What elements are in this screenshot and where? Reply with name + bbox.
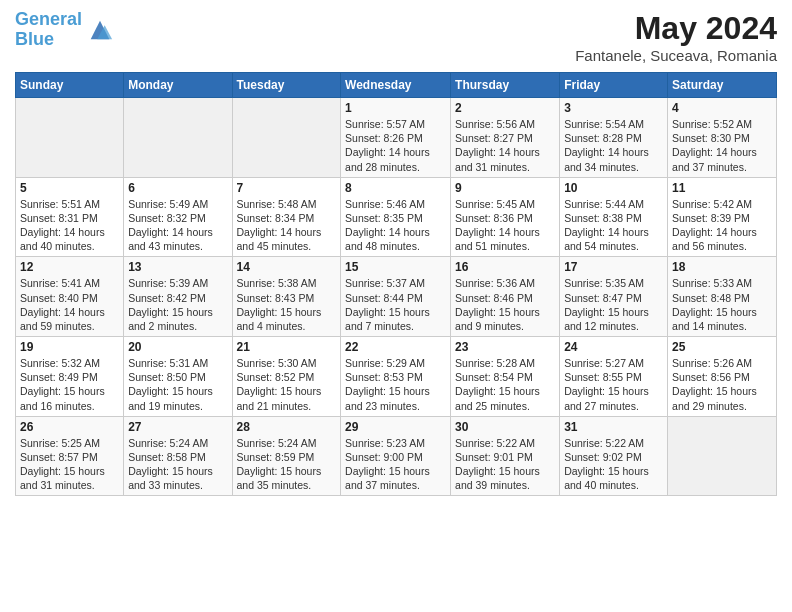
day-number: 26 [20,420,119,434]
day-cell: 21Sunrise: 5:30 AMSunset: 8:52 PMDayligh… [232,337,341,417]
day-number: 27 [128,420,227,434]
day-detail: Sunrise: 5:49 AMSunset: 8:32 PMDaylight:… [128,197,227,254]
day-number: 23 [455,340,555,354]
day-number: 20 [128,340,227,354]
week-row-1: 1Sunrise: 5:57 AMSunset: 8:26 PMDaylight… [16,98,777,178]
day-number: 6 [128,181,227,195]
day-cell: 27Sunrise: 5:24 AMSunset: 8:58 PMDayligh… [124,416,232,496]
day-cell: 19Sunrise: 5:32 AMSunset: 8:49 PMDayligh… [16,337,124,417]
day-cell: 5Sunrise: 5:51 AMSunset: 8:31 PMDaylight… [16,177,124,257]
day-detail: Sunrise: 5:56 AMSunset: 8:27 PMDaylight:… [455,117,555,174]
calendar-header: SundayMondayTuesdayWednesdayThursdayFrid… [16,73,777,98]
day-detail: Sunrise: 5:48 AMSunset: 8:34 PMDaylight:… [237,197,337,254]
day-cell [668,416,777,496]
day-number: 1 [345,101,446,115]
day-detail: Sunrise: 5:45 AMSunset: 8:36 PMDaylight:… [455,197,555,254]
col-header-friday: Friday [560,73,668,98]
day-cell: 11Sunrise: 5:42 AMSunset: 8:39 PMDayligh… [668,177,777,257]
day-cell: 28Sunrise: 5:24 AMSunset: 8:59 PMDayligh… [232,416,341,496]
day-detail: Sunrise: 5:37 AMSunset: 8:44 PMDaylight:… [345,276,446,333]
day-detail: Sunrise: 5:42 AMSunset: 8:39 PMDaylight:… [672,197,772,254]
day-number: 8 [345,181,446,195]
day-number: 15 [345,260,446,274]
col-header-wednesday: Wednesday [341,73,451,98]
day-number: 31 [564,420,663,434]
day-detail: Sunrise: 5:35 AMSunset: 8:47 PMDaylight:… [564,276,663,333]
day-cell: 1Sunrise: 5:57 AMSunset: 8:26 PMDaylight… [341,98,451,178]
day-detail: Sunrise: 5:25 AMSunset: 8:57 PMDaylight:… [20,436,119,493]
week-row-4: 19Sunrise: 5:32 AMSunset: 8:49 PMDayligh… [16,337,777,417]
day-detail: Sunrise: 5:44 AMSunset: 8:38 PMDaylight:… [564,197,663,254]
day-number: 21 [237,340,337,354]
day-number: 18 [672,260,772,274]
col-header-thursday: Thursday [451,73,560,98]
day-detail: Sunrise: 5:22 AMSunset: 9:02 PMDaylight:… [564,436,663,493]
day-detail: Sunrise: 5:41 AMSunset: 8:40 PMDaylight:… [20,276,119,333]
day-number: 13 [128,260,227,274]
calendar: SundayMondayTuesdayWednesdayThursdayFrid… [15,72,777,496]
day-cell: 14Sunrise: 5:38 AMSunset: 8:43 PMDayligh… [232,257,341,337]
day-cell: 20Sunrise: 5:31 AMSunset: 8:50 PMDayligh… [124,337,232,417]
day-detail: Sunrise: 5:30 AMSunset: 8:52 PMDaylight:… [237,356,337,413]
logo-icon [86,16,114,44]
day-number: 9 [455,181,555,195]
day-cell [232,98,341,178]
day-detail: Sunrise: 5:38 AMSunset: 8:43 PMDaylight:… [237,276,337,333]
day-detail: Sunrise: 5:54 AMSunset: 8:28 PMDaylight:… [564,117,663,174]
week-row-3: 12Sunrise: 5:41 AMSunset: 8:40 PMDayligh… [16,257,777,337]
day-detail: Sunrise: 5:31 AMSunset: 8:50 PMDaylight:… [128,356,227,413]
day-detail: Sunrise: 5:24 AMSunset: 8:59 PMDaylight:… [237,436,337,493]
main-title: May 2024 [575,10,777,47]
day-number: 7 [237,181,337,195]
day-number: 29 [345,420,446,434]
col-header-saturday: Saturday [668,73,777,98]
day-detail: Sunrise: 5:32 AMSunset: 8:49 PMDaylight:… [20,356,119,413]
day-cell: 4Sunrise: 5:52 AMSunset: 8:30 PMDaylight… [668,98,777,178]
day-detail: Sunrise: 5:33 AMSunset: 8:48 PMDaylight:… [672,276,772,333]
day-detail: Sunrise: 5:24 AMSunset: 8:58 PMDaylight:… [128,436,227,493]
day-number: 30 [455,420,555,434]
day-detail: Sunrise: 5:39 AMSunset: 8:42 PMDaylight:… [128,276,227,333]
day-number: 19 [20,340,119,354]
day-cell: 6Sunrise: 5:49 AMSunset: 8:32 PMDaylight… [124,177,232,257]
col-header-sunday: Sunday [16,73,124,98]
day-detail: Sunrise: 5:46 AMSunset: 8:35 PMDaylight:… [345,197,446,254]
day-cell: 26Sunrise: 5:25 AMSunset: 8:57 PMDayligh… [16,416,124,496]
day-cell: 7Sunrise: 5:48 AMSunset: 8:34 PMDaylight… [232,177,341,257]
week-row-2: 5Sunrise: 5:51 AMSunset: 8:31 PMDaylight… [16,177,777,257]
day-cell [124,98,232,178]
header-row: SundayMondayTuesdayWednesdayThursdayFrid… [16,73,777,98]
day-number: 17 [564,260,663,274]
day-cell: 25Sunrise: 5:26 AMSunset: 8:56 PMDayligh… [668,337,777,417]
day-detail: Sunrise: 5:28 AMSunset: 8:54 PMDaylight:… [455,356,555,413]
col-header-tuesday: Tuesday [232,73,341,98]
day-detail: Sunrise: 5:36 AMSunset: 8:46 PMDaylight:… [455,276,555,333]
day-cell: 8Sunrise: 5:46 AMSunset: 8:35 PMDaylight… [341,177,451,257]
day-cell: 12Sunrise: 5:41 AMSunset: 8:40 PMDayligh… [16,257,124,337]
day-cell: 24Sunrise: 5:27 AMSunset: 8:55 PMDayligh… [560,337,668,417]
day-number: 14 [237,260,337,274]
day-detail: Sunrise: 5:27 AMSunset: 8:55 PMDaylight:… [564,356,663,413]
calendar-body: 1Sunrise: 5:57 AMSunset: 8:26 PMDaylight… [16,98,777,496]
day-cell: 29Sunrise: 5:23 AMSunset: 9:00 PMDayligh… [341,416,451,496]
col-header-monday: Monday [124,73,232,98]
day-number: 22 [345,340,446,354]
day-number: 5 [20,181,119,195]
day-number: 28 [237,420,337,434]
day-detail: Sunrise: 5:52 AMSunset: 8:30 PMDaylight:… [672,117,772,174]
day-cell: 17Sunrise: 5:35 AMSunset: 8:47 PMDayligh… [560,257,668,337]
day-detail: Sunrise: 5:57 AMSunset: 8:26 PMDaylight:… [345,117,446,174]
day-detail: Sunrise: 5:26 AMSunset: 8:56 PMDaylight:… [672,356,772,413]
day-number: 25 [672,340,772,354]
day-detail: Sunrise: 5:23 AMSunset: 9:00 PMDaylight:… [345,436,446,493]
day-cell: 15Sunrise: 5:37 AMSunset: 8:44 PMDayligh… [341,257,451,337]
day-cell: 30Sunrise: 5:22 AMSunset: 9:01 PMDayligh… [451,416,560,496]
day-cell: 18Sunrise: 5:33 AMSunset: 8:48 PMDayligh… [668,257,777,337]
day-number: 12 [20,260,119,274]
day-number: 16 [455,260,555,274]
day-detail: Sunrise: 5:29 AMSunset: 8:53 PMDaylight:… [345,356,446,413]
day-number: 4 [672,101,772,115]
day-number: 11 [672,181,772,195]
title-block: May 2024 Fantanele, Suceava, Romania [575,10,777,64]
day-detail: Sunrise: 5:22 AMSunset: 9:01 PMDaylight:… [455,436,555,493]
